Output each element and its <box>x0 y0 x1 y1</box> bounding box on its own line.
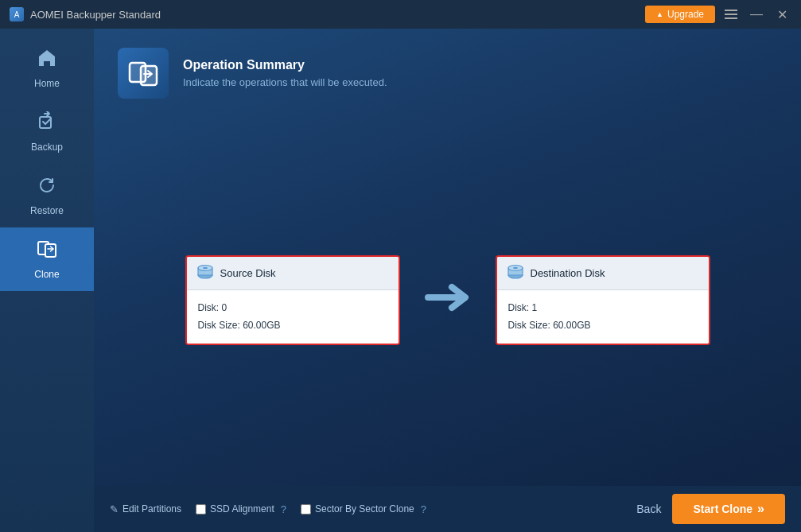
app-layout: Home Backup Restore <box>0 29 801 532</box>
sidebar-item-restore-label: Restore <box>30 205 64 216</box>
disk-area: Source Disk Disk: 0 Disk Size: 60.00GB <box>94 115 801 486</box>
upgrade-button[interactable]: Upgrade <box>645 6 715 23</box>
source-disk-size: Disk Size: 60.00GB <box>198 317 387 335</box>
destination-disk-label: Destination Disk <box>531 267 605 279</box>
edit-partitions-label: Edit Partitions <box>122 503 181 515</box>
sidebar-item-backup-label: Backup <box>31 142 63 153</box>
svg-rect-0 <box>40 117 51 128</box>
destination-disk-body: Disk: 1 Disk Size: 60.00GB <box>497 290 709 344</box>
operation-icon <box>118 48 169 99</box>
operation-text: Operation Summary Indicate the operation… <box>183 58 387 88</box>
app-title: AOMEI Backupper Standard <box>30 9 161 21</box>
sidebar-item-home-label: Home <box>34 78 60 89</box>
sector-clone-label: Sector By Sector Clone <box>315 503 414 515</box>
ssd-alignment-help-icon[interactable]: ? <box>281 503 286 515</box>
clone-arrow-icon <box>424 282 472 320</box>
title-bar-controls: Upgrade — ✕ <box>645 5 791 24</box>
sidebar-item-clone-label: Clone <box>34 269 59 280</box>
title-bar: A AOMEI Backupper Standard Upgrade — ✕ <box>0 0 801 29</box>
source-disk-number: Disk: 0 <box>198 300 387 317</box>
sector-clone-checkbox[interactable] <box>301 504 311 515</box>
operation-description: Indicate the operations that will be exe… <box>183 76 387 88</box>
sidebar: Home Backup Restore <box>0 29 94 532</box>
edit-partitions-icon: ✎ <box>110 503 119 515</box>
backup-icon <box>37 111 57 137</box>
source-disk-header: Source Disk <box>187 257 399 290</box>
sidebar-item-restore[interactable]: Restore <box>0 164 94 227</box>
source-disk-icon <box>196 263 214 283</box>
svg-point-12 <box>513 267 518 269</box>
svg-point-8 <box>203 267 208 269</box>
destination-disk-size: Disk Size: 60.00GB <box>508 317 698 335</box>
sidebar-item-home[interactable]: Home <box>0 37 94 100</box>
destination-disk-number: Disk: 1 <box>508 300 698 317</box>
destination-disk-header: Destination Disk <box>497 257 709 290</box>
sector-clone-option[interactable]: Sector By Sector Clone ? <box>301 503 426 515</box>
back-button[interactable]: Back <box>636 503 661 515</box>
destination-disk-icon <box>507 263 524 283</box>
close-button[interactable]: ✕ <box>772 5 791 24</box>
sidebar-item-backup[interactable]: Backup <box>0 100 94 164</box>
footer-actions: Back Start Clone <box>636 494 785 524</box>
menu-button[interactable] <box>721 6 741 22</box>
minimize-button[interactable]: — <box>747 5 766 24</box>
operation-header: Operation Summary Indicate the operation… <box>94 29 801 115</box>
operation-title: Operation Summary <box>183 58 387 72</box>
footer-options: ✎ Edit Partitions SSD Alignment ? Sector… <box>110 503 426 515</box>
ssd-alignment-checkbox[interactable] <box>196 504 206 515</box>
sector-clone-help-icon[interactable]: ? <box>421 503 426 515</box>
clone-icon <box>37 239 57 264</box>
edit-partitions-option[interactable]: ✎ Edit Partitions <box>110 503 181 515</box>
source-disk-label: Source Disk <box>220 267 276 279</box>
app-icon: A <box>10 7 24 21</box>
main-content: Operation Summary Indicate the operation… <box>94 29 801 532</box>
sidebar-item-clone[interactable]: Clone <box>0 227 94 291</box>
source-disk-box: Source Disk Disk: 0 Disk Size: 60.00GB <box>185 255 400 345</box>
ssd-alignment-label: SSD Alignment <box>210 503 274 515</box>
start-clone-button[interactable]: Start Clone <box>672 494 785 524</box>
ssd-alignment-option[interactable]: SSD Alignment ? <box>196 503 286 515</box>
title-bar-left: A AOMEI Backupper Standard <box>10 7 161 21</box>
destination-disk-box: Destination Disk Disk: 1 Disk Size: 60.0… <box>496 255 710 345</box>
source-disk-body: Disk: 0 Disk Size: 60.00GB <box>187 290 399 344</box>
footer-bar: ✎ Edit Partitions SSD Alignment ? Sector… <box>94 486 801 532</box>
restore-icon <box>37 175 57 200</box>
home-icon <box>37 48 57 73</box>
